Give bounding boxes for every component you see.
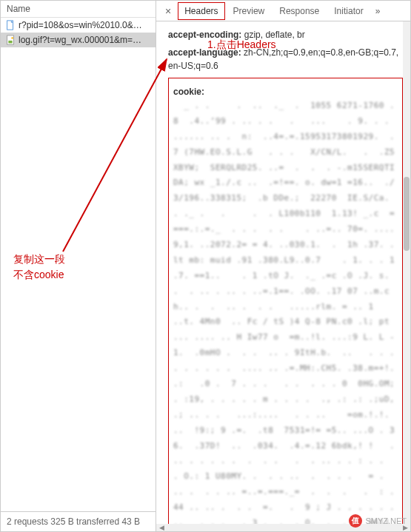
document-icon (5, 20, 16, 30)
tab-response[interactable]: Response (272, 1, 327, 21)
vertical-scrollbar[interactable] (403, 21, 410, 524)
request-row[interactable]: r?pid=108&os=win%2010.0&… (1, 18, 156, 33)
request-label: r?pid=108&os=win%2010.0&… (19, 20, 142, 30)
headers-detail-body[interactable]: accept-encoding: gzip, deflate, br accep… (156, 21, 410, 524)
tab-initiator[interactable]: Initiator (327, 1, 370, 21)
image-file-icon (5, 35, 16, 45)
name-column-header[interactable]: Name (1, 1, 156, 18)
watermark-badge-icon: 值 (349, 514, 362, 528)
tab-preview[interactable]: Preview (226, 1, 273, 21)
status-bar: 2 requests 325 B transferred 43 B (1, 511, 156, 531)
watermark: 值 SMYZ.NET (349, 514, 407, 528)
cookie-value-blurred: _ . . . .. ._ . 1055 6271-1760 .8 .4..’9… (173, 98, 398, 524)
svg-rect-2 (8, 41, 12, 44)
svg-point-3 (11, 37, 13, 39)
cookie-highlight-box: cookie: _ . . . .. ._ . 1055 6271-1760 .… (168, 78, 403, 524)
more-tabs-icon[interactable]: » (371, 6, 385, 16)
tab-headers[interactable]: Headers (177, 1, 225, 21)
request-list-pane: Name r?pid=108&os=win%2010.0&… log.gif?t… (1, 1, 156, 531)
scrollbar-thumb[interactable] (404, 177, 410, 251)
header-cookie[interactable]: cookie: _ . . . .. ._ . 1055 6271-1760 .… (173, 83, 398, 524)
tab-bar: × Headers Preview Response Initiator » (156, 1, 410, 21)
scroll-left-arrow-icon[interactable]: ◀ (156, 524, 167, 531)
header-accept-encoding: accept-encoding: gzip, deflate, br (168, 26, 403, 44)
watermark-text: SMYZ.NET (365, 516, 407, 525)
request-list: r?pid=108&os=win%2010.0&… log.gif?t=wg_w… (1, 18, 156, 511)
request-row[interactable]: log.gif?t=wg_wx.000001&m=… (1, 33, 156, 47)
details-pane: × Headers Preview Response Initiator » a… (156, 1, 410, 531)
request-label: log.gif?t=wg_wx.000001&m=… (19, 35, 141, 45)
header-accept-language: accept-language: zh-CN,zh;q=0.9,en;q=0.8… (168, 44, 403, 75)
close-icon[interactable]: × (159, 5, 177, 17)
